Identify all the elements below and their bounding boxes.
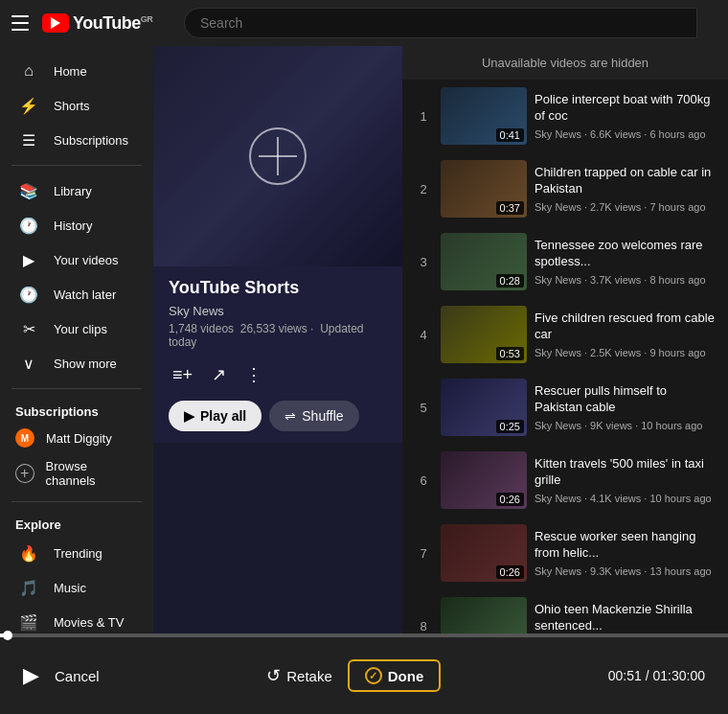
video-title: Rescuer pulls himself to Pakistan cable: [535, 383, 717, 416]
home-icon: ⌂: [19, 61, 38, 81]
sidebar-item-trending[interactable]: 🔥 Trending: [4, 536, 149, 570]
subscriptions-icon: ☰: [19, 130, 38, 150]
sidebar-item-home[interactable]: ⌂ Home: [4, 54, 149, 88]
hamburger-menu-icon[interactable]: [11, 12, 34, 35]
video-list-item[interactable]: 8 0:44 Ohio teen Mackenzie Shirilla sent…: [402, 589, 728, 633]
sidebar-item-label: Shorts: [54, 99, 90, 113]
subscription-label: Matt Diggity: [46, 431, 112, 446]
show-more-icon: ∨: [19, 354, 38, 373]
sidebar-item-label: Movies & TV: [54, 615, 124, 630]
playlist-info: YouTube Shorts Sky News 1,748 videos 26,…: [153, 266, 402, 443]
sidebar-item-your-videos[interactable]: ▶ Your videos: [4, 242, 149, 277]
sidebar-divider-3: [11, 501, 142, 502]
video-list-item[interactable]: 4 0:53 Five children rescued from cable …: [402, 298, 728, 371]
avatar: M: [15, 428, 34, 448]
explore-section-title: Explore: [0, 510, 153, 536]
video-channel-info: Sky News · 6.6K views · 6 hours ago: [535, 128, 717, 140]
sidebar-item-label: Subscriptions: [54, 133, 128, 148]
cancel-button[interactable]: Cancel: [55, 668, 100, 684]
retake-button[interactable]: ↺ Retake: [266, 665, 332, 686]
video-details: Rescue worker seen hanging from helic...…: [535, 529, 717, 577]
sidebar-item-label: Music: [54, 581, 86, 595]
playlist-panel: YouTube Shorts Sky News 1,748 videos 26,…: [153, 46, 402, 633]
search-input[interactable]: [184, 8, 697, 38]
video-title: Five children rescued from cable car: [535, 311, 717, 343]
video-thumbnail: 0:25: [441, 379, 527, 436]
progress-dot: [3, 631, 12, 640]
video-thumb-bg: [441, 597, 527, 633]
sidebar-item-matt-diggity[interactable]: M Matt Diggity: [0, 423, 153, 453]
thumbnail-overlay: [153, 46, 402, 266]
video-thumbnail: 0:28: [441, 233, 527, 290]
video-details: Tennessee zoo welcomes rare spotless... …: [535, 238, 717, 286]
playlist-actions: ≡+ ↗ ⋮: [169, 360, 387, 389]
video-title: Kitten travels '500 miles' in taxi grill…: [535, 456, 717, 489]
play-button[interactable]: ▶: [23, 663, 39, 688]
video-list-item[interactable]: 6 0:26 Kitten travels '500 miles' in tax…: [402, 444, 728, 517]
topbar: YouTubeGR: [0, 0, 728, 46]
progress-bar[interactable]: [0, 633, 728, 637]
music-icon: 🎵: [19, 578, 38, 597]
sidebar-item-music[interactable]: 🎵 Music: [4, 570, 149, 605]
video-list-item[interactable]: 3 0:28 Tennessee zoo welcomes rare spotl…: [402, 225, 728, 298]
sidebar-item-history[interactable]: 🕐 History: [4, 208, 149, 242]
video-number: 8: [414, 619, 433, 633]
video-list-item[interactable]: 5 0:25 Rescuer pulls himself to Pakistan…: [402, 371, 728, 444]
youtube-logo[interactable]: YouTubeGR: [42, 13, 152, 34]
video-list-item[interactable]: 7 0:26 Rescue worker seen hanging from h…: [402, 517, 728, 589]
more-options-button[interactable]: ⋮: [241, 360, 266, 389]
video-details: Kitten travels '500 miles' in taxi grill…: [535, 456, 717, 504]
video-details: Five children rescued from cable car Sky…: [535, 311, 717, 358]
bottom-bar: ▶ Cancel ↺ Retake ✓ Done 00:51 / 01:30:0…: [0, 633, 728, 714]
video-duration: 0:53: [496, 347, 524, 360]
video-number: 2: [414, 182, 433, 196]
play-all-button[interactable]: ▶ Play all: [169, 401, 262, 431]
video-list-item[interactable]: 2 0:37 Children trapped on cable car in …: [402, 152, 728, 225]
sidebar-item-library[interactable]: 📚 Library: [4, 173, 149, 208]
video-details: Police intercept boat with 700kg of coc …: [535, 92, 717, 140]
video-duration: 0:41: [496, 128, 524, 142]
search-bar: [184, 8, 697, 38]
video-list-item[interactable]: 1 0:41 Police intercept boat with 700kg …: [402, 80, 728, 152]
retake-icon: ↺: [266, 665, 281, 686]
sidebar-item-your-clips[interactable]: ✂ Your clips: [4, 311, 149, 346]
video-thumbnail: 0:37: [441, 160, 527, 218]
content-area: YouTube Shorts Sky News 1,748 videos 26,…: [153, 46, 728, 633]
sidebar-item-label: History: [54, 219, 92, 233]
playback-time: 00:51 / 01:30:00: [608, 668, 705, 683]
video-channel-info: Sky News · 2.7K views · 7 hours ago: [535, 201, 717, 213]
sidebar-item-show-more[interactable]: ∨ Show more: [4, 346, 149, 380]
sidebar-item-subscriptions[interactable]: ☰ Subscriptions: [4, 123, 149, 157]
done-check-icon: ✓: [365, 667, 382, 684]
share-button[interactable]: ↗: [208, 360, 230, 389]
video-channel-info: Sky News · 4.1K views · 10 hours ago: [535, 493, 717, 504]
unavailable-notice: Unavailable videos are hidden: [402, 46, 728, 80]
video-thumbnail: 0:41: [441, 87, 527, 145]
sidebar-item-watch-later[interactable]: 🕐 Watch later: [4, 277, 149, 311]
video-number: 5: [414, 401, 433, 415]
crosshair-graphic: [249, 127, 307, 185]
shorts-icon: ⚡: [19, 96, 38, 115]
sidebar-item-browse-channels[interactable]: + Browse channels: [0, 453, 153, 494]
sidebar-item-label: Trending: [54, 546, 102, 561]
video-details: Rescuer pulls himself to Pakistan cable …: [535, 383, 717, 431]
playlist-thumbnail: [153, 46, 402, 266]
playlist-title: YouTube Shorts: [169, 278, 387, 298]
playlist-meta: 1,748 videos 26,533 views · Updated toda…: [169, 322, 387, 349]
video-number: 7: [414, 546, 433, 561]
video-number: 3: [414, 255, 433, 269]
video-details: Children trapped on cable car in Pakista…: [535, 165, 717, 213]
video-duration: 0:26: [496, 493, 524, 506]
video-duration: 0:28: [496, 274, 524, 288]
add-to-queue-button[interactable]: ≡+: [169, 360, 196, 389]
sidebar-item-movies-tv[interactable]: 🎬 Movies & TV: [4, 605, 149, 633]
done-button[interactable]: ✓ Done: [348, 659, 442, 692]
your-clips-icon: ✂: [19, 319, 38, 338]
play-icon: ▶: [184, 408, 194, 424]
library-icon: 📚: [19, 181, 38, 200]
shuffle-button[interactable]: ⇌ Shuffle: [269, 401, 358, 431]
sidebar-item-label: Library: [54, 184, 92, 198]
video-title: Tennessee zoo welcomes rare spotless...: [535, 238, 717, 270]
video-channel-info: Sky News · 2.5K views · 9 hours ago: [535, 347, 717, 358]
sidebar-item-shorts[interactable]: ⚡ Shorts: [4, 88, 149, 123]
